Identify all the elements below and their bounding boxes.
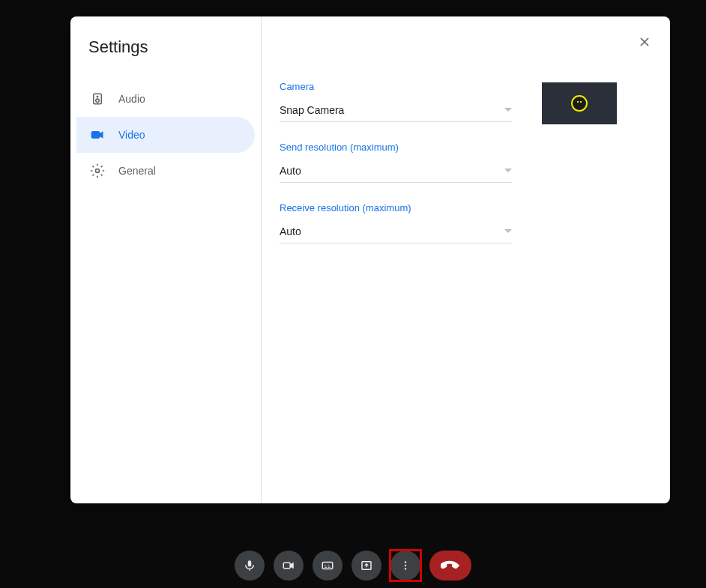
speaker-icon <box>88 90 106 108</box>
svg-point-2 <box>97 96 98 97</box>
video-settings-content: Camera Snap Camera Send resolution (maxi… <box>280 81 652 263</box>
more-vertical-icon <box>399 559 412 572</box>
captions-button[interactable] <box>313 551 343 581</box>
receive-resolution-label: Receive resolution (maximum) <box>280 202 512 213</box>
svg-point-9 <box>405 565 406 566</box>
present-button[interactable] <box>352 551 381 581</box>
settings-dialog: Settings Audio Video General <box>70 16 670 503</box>
chevron-down-icon <box>504 108 512 112</box>
more-button-wrapper <box>390 551 420 581</box>
camera-field: Camera Snap Camera <box>280 81 512 122</box>
sidebar-item-general[interactable]: General <box>76 153 255 189</box>
sidebar-item-audio[interactable]: Audio <box>76 81 255 117</box>
close-icon <box>637 34 652 49</box>
svg-rect-5 <box>283 563 290 569</box>
svg-point-10 <box>405 568 406 569</box>
svg-point-1 <box>96 99 100 103</box>
hangup-button[interactable] <box>429 551 471 581</box>
gear-icon <box>88 162 106 180</box>
camera-select[interactable]: Snap Camera <box>280 98 512 122</box>
camera-label: Camera <box>280 81 512 92</box>
camera-preview-face <box>571 95 588 112</box>
hangup-icon <box>441 556 460 575</box>
video-icon <box>88 126 106 144</box>
camera-preview <box>542 82 617 124</box>
send-resolution-value: Auto <box>280 165 301 177</box>
sidebar-items: Audio Video General <box>70 81 261 189</box>
svg-point-4 <box>96 169 100 173</box>
dialog-title: Settings <box>70 37 261 57</box>
call-toolbar <box>235 551 471 581</box>
svg-point-8 <box>405 561 406 563</box>
video-fields: Camera Snap Camera Send resolution (maxi… <box>280 81 512 263</box>
receive-resolution-value: Auto <box>280 225 301 237</box>
settings-main: Camera Snap Camera Send resolution (maxi… <box>262 16 670 503</box>
sidebar-item-video[interactable]: Video <box>76 117 255 153</box>
svg-rect-6 <box>322 563 333 569</box>
sidebar-item-label: General <box>118 165 156 177</box>
send-resolution-select[interactable]: Auto <box>280 159 512 183</box>
captions-icon <box>321 559 334 572</box>
video-icon <box>282 559 295 572</box>
settings-sidebar: Settings Audio Video General <box>70 16 262 503</box>
chevron-down-icon <box>504 229 512 233</box>
sidebar-item-label: Video <box>118 129 145 141</box>
receive-resolution-select[interactable]: Auto <box>280 219 512 243</box>
svg-rect-3 <box>92 132 100 138</box>
sidebar-item-label: Audio <box>118 93 145 105</box>
send-resolution-label: Send resolution (maximum) <box>280 142 512 153</box>
mic-button[interactable] <box>235 551 265 581</box>
chevron-down-icon <box>504 169 512 172</box>
camera-button[interactable] <box>274 551 304 581</box>
mic-icon <box>243 559 256 572</box>
close-button[interactable] <box>633 30 657 54</box>
present-icon <box>360 559 373 572</box>
more-options-button[interactable] <box>390 551 420 581</box>
receive-resolution-field: Receive resolution (maximum) Auto <box>280 202 512 243</box>
send-resolution-field: Send resolution (maximum) Auto <box>280 142 512 183</box>
camera-value: Snap Camera <box>280 104 344 116</box>
